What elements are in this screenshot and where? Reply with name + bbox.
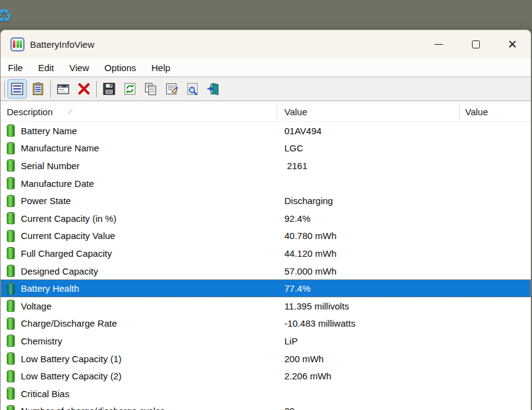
row-description-cell: Low Battery Capacity (2) [1, 370, 276, 382]
exit-button[interactable] [203, 79, 223, 99]
table-row[interactable]: Manufacture Date [1, 175, 531, 192]
properties-button[interactable] [162, 79, 181, 99]
table-row[interactable]: Battery Name01AV494 [1, 122, 531, 140]
delete-button[interactable] [74, 79, 94, 99]
copy-button[interactable] [141, 79, 161, 99]
menu-bar: FileEditViewOptionsHelp [1, 58, 531, 77]
exit-door-icon [206, 82, 221, 96]
window-options-icon [56, 82, 70, 96]
red-x-delete-icon [77, 82, 91, 96]
row-description: Chemistry [21, 336, 63, 346]
minimize-icon [435, 44, 443, 45]
column-header-label: Value [284, 107, 307, 117]
refresh-button[interactable] [120, 79, 140, 99]
battery-icon [7, 195, 15, 207]
clipboard-log-button[interactable] [28, 79, 48, 99]
column-header-value-2[interactable]: Value [465, 101, 488, 122]
row-value: 200 mWh [276, 354, 459, 364]
menu-options[interactable]: Options [103, 63, 137, 73]
column-header-label: Value [465, 107, 488, 117]
battery-icon [7, 300, 15, 312]
row-description-cell: Low Battery Capacity (1) [1, 352, 276, 365]
row-description-cell: Manufacture Name [1, 142, 276, 154]
toolbar-separator [4, 81, 5, 97]
window-title: BatteryInfoView [30, 39, 94, 50]
menu-help[interactable]: Help [150, 63, 172, 73]
battery-icon [7, 317, 15, 330]
maximize-icon [472, 40, 480, 48]
column-divider[interactable] [459, 103, 460, 120]
table-row[interactable]: ChemistryLiP [1, 332, 531, 350]
recycle-bin-icon[interactable]: ♻ [0, 5, 12, 26]
row-description: Number of charge/discharge cycles [21, 406, 165, 410]
column-header-value-1[interactable]: Value [284, 101, 307, 122]
table-row[interactable]: Number of charge/discharge cycles29 [1, 403, 531, 410]
listview-header: Description ∕ Value Value [1, 101, 531, 122]
toolbar-separator [96, 81, 97, 97]
menu-edit[interactable]: Edit [37, 63, 55, 73]
battery-icon [7, 247, 15, 259]
row-description: Manufacture Name [21, 143, 99, 153]
row-value: 2.206 mWh [276, 371, 459, 381]
table-row[interactable]: Manufacture NameLGC [1, 140, 531, 158]
close-button[interactable]: ✕ [494, 30, 531, 58]
desktop-background: { "desktop": { "recycle_bin": "recycle-i… [0, 0, 532, 410]
battery-icon [7, 142, 15, 154]
maximize-button[interactable] [457, 30, 494, 58]
table-row[interactable]: Critical Bias [1, 385, 531, 403]
table-row[interactable]: Low Battery Capacity (1)200 mWh [1, 350, 531, 368]
column-header-description[interactable]: Description ∕ [7, 101, 71, 122]
table-row[interactable]: Full Charged Capacity44.120 mWh [1, 245, 531, 262]
row-description: Battery Name [21, 126, 77, 136]
table-row[interactable]: Designed Capacity57.000 mWh [1, 262, 531, 280]
battery-icon [7, 370, 15, 382]
find-button[interactable] [183, 79, 202, 99]
report-view-icon [10, 82, 25, 96]
row-description-cell: Manufacture Date [1, 177, 276, 189]
row-value: 44.120 mWh [276, 248, 459, 259]
table-row[interactable]: Battery Health77.4% [1, 279, 531, 297]
row-description: Current Capacity Value [21, 230, 115, 241]
row-value: 2161 [276, 161, 459, 171]
battery-icon [7, 212, 15, 224]
app-window: BatteryInfoView ✕ FileEditViewOptionsHel… [0, 29, 531, 410]
report-view-button[interactable] [7, 79, 27, 99]
row-value: 01AV494 [276, 126, 459, 136]
battery-icon [7, 335, 15, 347]
row-description: Manufacture Date [21, 178, 94, 189]
window-controls: ✕ [420, 30, 531, 58]
menu-view[interactable]: View [68, 63, 90, 73]
table-row[interactable]: Current Capacity (in %)92.4% [1, 210, 531, 227]
menu-file[interactable]: File [7, 63, 24, 73]
table-row[interactable]: Serial Number 2161 [1, 157, 531, 175]
row-description-cell: Voltage [1, 300, 276, 312]
table-row[interactable]: Voltage11.395 millivolts [1, 297, 531, 315]
table-row[interactable]: Power StateDischarging [1, 192, 531, 210]
table-row[interactable]: Charge/Discharge Rate-10.483 milliwatts [1, 315, 531, 333]
row-description-cell: Serial Number [1, 159, 276, 172]
row-description: Full Charged Capacity [21, 248, 112, 259]
battery-icon [7, 265, 15, 277]
row-value: 77.4% [276, 283, 459, 294]
save-button[interactable] [99, 79, 119, 99]
toolbar [1, 77, 531, 101]
row-description-cell: Current Capacity Value [1, 230, 276, 242]
row-value: -10.483 milliwatts [276, 318, 459, 328]
row-description: Serial Number [21, 161, 80, 171]
refresh-icon [123, 82, 137, 96]
titlebar: BatteryInfoView ✕ [1, 30, 531, 58]
column-divider[interactable] [276, 103, 277, 120]
minimize-button[interactable] [420, 30, 457, 58]
row-description: Current Capacity (in %) [21, 213, 116, 224]
row-description-cell: Chemistry [1, 335, 276, 347]
table-row[interactable]: Low Battery Capacity (2)2.206 mWh [1, 367, 531, 385]
row-value: 29 [276, 406, 459, 410]
row-value: 57.000 mWh [276, 266, 459, 276]
save-floppy-icon [102, 82, 116, 96]
clipboard-icon [31, 82, 45, 96]
row-description: Designed Capacity [21, 266, 98, 276]
advanced-options-button[interactable] [53, 79, 73, 99]
table-row[interactable]: Current Capacity Value40.780 mWh [1, 227, 531, 245]
row-description: Critical Bias [21, 389, 69, 399]
row-value: 92.4% [276, 213, 459, 224]
